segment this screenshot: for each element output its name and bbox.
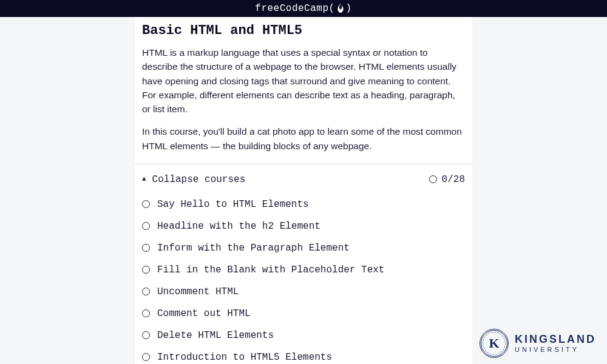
caret-up-icon: ▲ — [142, 175, 146, 183]
progress-count: 0/28 — [442, 174, 465, 185]
course-description-1: HTML is a markup language that uses a sp… — [142, 46, 465, 116]
lesson-title: Say Hello to HTML Elements — [157, 199, 309, 210]
status-circle-icon — [142, 244, 150, 252]
status-circle-icon — [142, 222, 150, 230]
progress-indicator: 0/28 — [429, 174, 465, 185]
lesson-title: Introduction to HTML5 Elements — [157, 352, 332, 363]
brand-text-right: ) — [346, 3, 352, 14]
collapse-label: Collapse courses — [152, 174, 246, 185]
flame-icon — [336, 3, 345, 16]
brand-line-1: KINGSLAND — [515, 334, 596, 345]
footer-brand: K KINGSLAND UNIVERSITY — [480, 329, 596, 358]
status-circle-icon — [142, 331, 150, 339]
top-nav: freeCodeCamp( ) — [0, 0, 607, 17]
lesson-item[interactable]: Inform with the Paragraph Element — [142, 237, 465, 259]
lesson-list: Say Hello to HTML ElementsHeadline with … — [135, 194, 472, 364]
lesson-title: Delete HTML Elements — [157, 330, 274, 341]
lesson-title: Uncomment HTML — [157, 286, 239, 297]
collapse-toggle[interactable]: ▲ Collapse courses 0/28 — [135, 164, 472, 194]
lesson-title: Headline with the h2 Element — [157, 221, 320, 232]
status-circle-icon — [142, 266, 150, 274]
brand-text-left: freeCodeCamp( — [255, 3, 334, 14]
brand-line-2: UNIVERSITY — [515, 346, 596, 353]
course-title: Basic HTML and HTML5 — [142, 23, 465, 38]
badge-letter: K — [489, 335, 499, 351]
status-circle-icon — [142, 309, 150, 317]
lesson-title: Comment out HTML — [157, 308, 251, 319]
status-circle-icon — [142, 288, 150, 295]
lesson-item[interactable]: Introduction to HTML5 Elements — [142, 346, 465, 364]
lesson-item[interactable]: Uncomment HTML — [142, 281, 465, 303]
lesson-item[interactable]: Comment out HTML — [142, 303, 465, 325]
course-description-2: In this course, you'll build a cat photo… — [142, 124, 465, 153]
progress-circle-icon — [429, 175, 437, 183]
status-circle-icon — [142, 200, 150, 208]
lesson-item[interactable]: Say Hello to HTML Elements — [142, 194, 465, 215]
lesson-title: Fill in the Blank with Placeholder Text — [157, 265, 384, 275]
kingsland-badge-icon: K — [480, 329, 509, 358]
course-header: Basic HTML and HTML5 HTML is a markup la… — [135, 17, 472, 164]
lesson-item[interactable]: Headline with the h2 Element — [142, 215, 465, 237]
lesson-title: Inform with the Paragraph Element — [157, 243, 350, 254]
lesson-item[interactable]: Delete HTML Elements — [142, 325, 465, 346]
course-panel: Basic HTML and HTML5 HTML is a markup la… — [135, 17, 472, 364]
lesson-item[interactable]: Fill in the Blank with Placeholder Text — [142, 259, 465, 281]
status-circle-icon — [142, 353, 150, 361]
